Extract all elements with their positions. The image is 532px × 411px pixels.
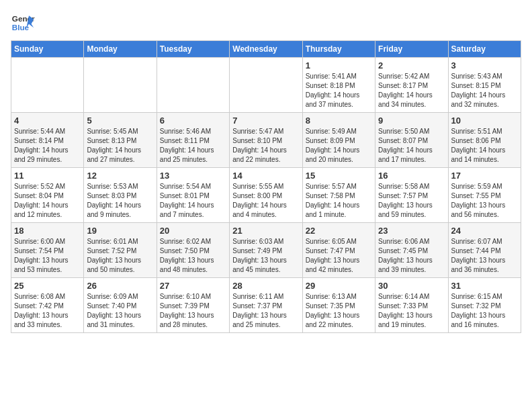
day-info: Sunrise: 5:45 AM Sunset: 8:13 PM Dayligh… [87, 127, 153, 165]
calendar-cell: 31Sunrise: 6:15 AM Sunset: 7:32 PM Dayli… [448, 278, 521, 333]
weekday-header-sunday: Sunday [11, 41, 84, 58]
calendar-cell: 11Sunrise: 5:52 AM Sunset: 8:04 PM Dayli… [11, 168, 84, 223]
calendar-week-row: 18Sunrise: 6:00 AM Sunset: 7:54 PM Dayli… [11, 223, 521, 278]
day-number: 28 [232, 281, 299, 291]
calendar-cell [230, 58, 302, 113]
day-number: 15 [306, 171, 372, 181]
day-info: Sunrise: 6:03 AM Sunset: 7:49 PM Dayligh… [232, 237, 299, 275]
calendar-cell [11, 58, 84, 113]
calendar-week-row: 11Sunrise: 5:52 AM Sunset: 8:04 PM Dayli… [11, 168, 521, 223]
weekday-header-tuesday: Tuesday [157, 41, 229, 58]
day-info: Sunrise: 5:58 AM Sunset: 7:57 PM Dayligh… [378, 182, 445, 220]
day-number: 10 [451, 116, 518, 126]
day-info: Sunrise: 5:43 AM Sunset: 8:15 PM Dayligh… [451, 72, 518, 109]
calendar-cell: 15Sunrise: 5:57 AM Sunset: 7:58 PM Dayli… [302, 168, 375, 223]
calendar-cell [84, 58, 157, 113]
weekday-header-saturday: Saturday [448, 41, 521, 58]
logo: General Blue [11, 11, 35, 35]
calendar-cell: 26Sunrise: 6:09 AM Sunset: 7:40 PM Dayli… [84, 278, 157, 333]
day-number: 19 [87, 226, 153, 236]
weekday-header-row: SundayMondayTuesdayWednesdayThursdayFrid… [11, 41, 521, 58]
logo-icon: General Blue [11, 11, 35, 35]
day-number: 25 [14, 281, 81, 291]
day-info: Sunrise: 6:00 AM Sunset: 7:54 PM Dayligh… [14, 237, 81, 275]
day-number: 31 [451, 281, 518, 291]
day-info: Sunrise: 5:44 AM Sunset: 8:14 PM Dayligh… [14, 127, 81, 165]
day-number: 9 [378, 116, 445, 126]
day-number: 7 [232, 116, 299, 126]
calendar-cell: 20Sunrise: 6:02 AM Sunset: 7:50 PM Dayli… [157, 223, 229, 278]
day-number: 22 [306, 226, 372, 236]
calendar-cell: 21Sunrise: 6:03 AM Sunset: 7:49 PM Dayli… [230, 223, 302, 278]
calendar-cell: 14Sunrise: 5:55 AM Sunset: 8:00 PM Dayli… [230, 168, 302, 223]
calendar-cell: 9Sunrise: 5:50 AM Sunset: 8:07 PM Daylig… [375, 113, 448, 168]
day-info: Sunrise: 5:54 AM Sunset: 8:01 PM Dayligh… [160, 182, 226, 220]
calendar-cell: 25Sunrise: 6:08 AM Sunset: 7:42 PM Dayli… [11, 278, 84, 333]
day-info: Sunrise: 5:51 AM Sunset: 8:06 PM Dayligh… [451, 127, 518, 165]
calendar-cell: 12Sunrise: 5:53 AM Sunset: 8:03 PM Dayli… [84, 168, 157, 223]
day-number: 24 [451, 226, 518, 236]
calendar-cell [157, 58, 229, 113]
day-number: 8 [306, 116, 372, 126]
day-info: Sunrise: 6:15 AM Sunset: 7:32 PM Dayligh… [451, 292, 518, 330]
day-number: 26 [87, 281, 153, 291]
day-info: Sunrise: 6:10 AM Sunset: 7:39 PM Dayligh… [160, 292, 226, 330]
calendar-cell: 3Sunrise: 5:43 AM Sunset: 8:15 PM Daylig… [448, 58, 521, 113]
day-number: 13 [160, 171, 226, 181]
calendar-cell: 5Sunrise: 5:45 AM Sunset: 8:13 PM Daylig… [84, 113, 157, 168]
day-number: 23 [378, 226, 445, 236]
day-number: 4 [14, 116, 81, 126]
day-info: Sunrise: 5:47 AM Sunset: 8:10 PM Dayligh… [232, 127, 299, 165]
calendar-cell: 6Sunrise: 5:46 AM Sunset: 8:11 PM Daylig… [157, 113, 229, 168]
day-info: Sunrise: 5:52 AM Sunset: 8:04 PM Dayligh… [14, 182, 81, 220]
calendar-cell: 1Sunrise: 5:41 AM Sunset: 8:18 PM Daylig… [302, 58, 375, 113]
calendar-week-row: 25Sunrise: 6:08 AM Sunset: 7:42 PM Dayli… [11, 278, 521, 333]
day-info: Sunrise: 6:09 AM Sunset: 7:40 PM Dayligh… [87, 292, 153, 330]
calendar-cell: 2Sunrise: 5:42 AM Sunset: 8:17 PM Daylig… [375, 58, 448, 113]
day-info: Sunrise: 6:11 AM Sunset: 7:37 PM Dayligh… [232, 292, 299, 330]
day-number: 1 [306, 60, 372, 71]
calendar-week-row: 1Sunrise: 5:41 AM Sunset: 8:18 PM Daylig… [11, 58, 521, 113]
day-info: Sunrise: 6:13 AM Sunset: 7:35 PM Dayligh… [306, 292, 372, 330]
calendar-cell: 4Sunrise: 5:44 AM Sunset: 8:14 PM Daylig… [11, 113, 84, 168]
page-header: General Blue [11, 11, 521, 35]
calendar-cell: 30Sunrise: 6:14 AM Sunset: 7:33 PM Dayli… [375, 278, 448, 333]
day-number: 6 [160, 116, 226, 126]
day-number: 27 [160, 281, 226, 291]
day-info: Sunrise: 6:01 AM Sunset: 7:52 PM Dayligh… [87, 237, 153, 275]
day-info: Sunrise: 5:50 AM Sunset: 8:07 PM Dayligh… [378, 127, 445, 165]
day-info: Sunrise: 6:06 AM Sunset: 7:45 PM Dayligh… [378, 237, 445, 275]
calendar-cell: 13Sunrise: 5:54 AM Sunset: 8:01 PM Dayli… [157, 168, 229, 223]
calendar-cell: 29Sunrise: 6:13 AM Sunset: 7:35 PM Dayli… [302, 278, 375, 333]
day-info: Sunrise: 5:41 AM Sunset: 8:18 PM Dayligh… [306, 72, 372, 109]
day-number: 29 [306, 281, 372, 291]
calendar-cell: 8Sunrise: 5:49 AM Sunset: 8:09 PM Daylig… [302, 113, 375, 168]
calendar-cell: 17Sunrise: 5:59 AM Sunset: 7:55 PM Dayli… [448, 168, 521, 223]
day-number: 20 [160, 226, 226, 236]
calendar-table: SundayMondayTuesdayWednesdayThursdayFrid… [11, 40, 521, 333]
calendar-cell: 22Sunrise: 6:05 AM Sunset: 7:47 PM Dayli… [302, 223, 375, 278]
day-number: 16 [378, 171, 445, 181]
day-number: 17 [451, 171, 518, 181]
day-info: Sunrise: 5:55 AM Sunset: 8:00 PM Dayligh… [232, 182, 299, 220]
day-info: Sunrise: 5:57 AM Sunset: 7:58 PM Dayligh… [306, 182, 372, 220]
day-info: Sunrise: 6:05 AM Sunset: 7:47 PM Dayligh… [306, 237, 372, 275]
calendar-cell: 16Sunrise: 5:58 AM Sunset: 7:57 PM Dayli… [375, 168, 448, 223]
calendar-week-row: 4Sunrise: 5:44 AM Sunset: 8:14 PM Daylig… [11, 113, 521, 168]
day-number: 21 [232, 226, 299, 236]
day-info: Sunrise: 5:49 AM Sunset: 8:09 PM Dayligh… [306, 127, 372, 165]
day-number: 3 [451, 60, 518, 71]
calendar-cell: 19Sunrise: 6:01 AM Sunset: 7:52 PM Dayli… [84, 223, 157, 278]
calendar-cell: 10Sunrise: 5:51 AM Sunset: 8:06 PM Dayli… [448, 113, 521, 168]
calendar-cell: 27Sunrise: 6:10 AM Sunset: 7:39 PM Dayli… [157, 278, 229, 333]
day-number: 12 [87, 171, 153, 181]
day-info: Sunrise: 5:46 AM Sunset: 8:11 PM Dayligh… [160, 127, 226, 165]
day-number: 5 [87, 116, 153, 126]
calendar-cell: 24Sunrise: 6:07 AM Sunset: 7:44 PM Dayli… [448, 223, 521, 278]
calendar-cell: 18Sunrise: 6:00 AM Sunset: 7:54 PM Dayli… [11, 223, 84, 278]
day-number: 30 [378, 281, 445, 291]
calendar-cell: 7Sunrise: 5:47 AM Sunset: 8:10 PM Daylig… [230, 113, 302, 168]
day-info: Sunrise: 5:42 AM Sunset: 8:17 PM Dayligh… [378, 72, 445, 109]
day-number: 11 [14, 171, 81, 181]
day-info: Sunrise: 6:02 AM Sunset: 7:50 PM Dayligh… [160, 237, 226, 275]
